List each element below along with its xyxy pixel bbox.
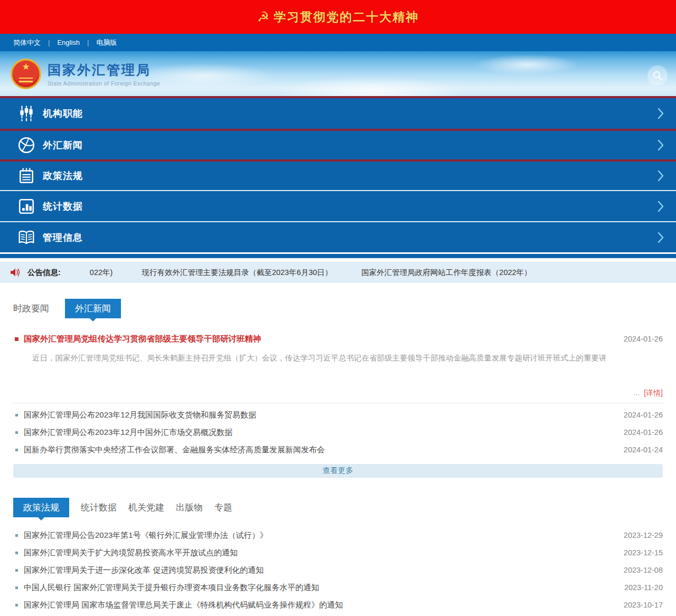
chevron-right-icon — [657, 170, 664, 182]
sliders-icon — [17, 105, 35, 122]
nav-label: 管理信息 — [43, 231, 83, 244]
news-title[interactable]: 国新办举行贯彻落实中央经济工作会议部署、金融服务实体经济高质量发展新闻发布会 — [24, 445, 325, 455]
bullet-icon — [15, 431, 18, 434]
nav-item-policies[interactable]: 政策法规 — [0, 159, 676, 190]
nav-item-functions[interactable]: 机构职能 — [0, 98, 676, 129]
featured-news-row: 国家外汇管理局党组传达学习贯彻省部级主要领导干部研讨班精神 2024-01-26 — [13, 334, 663, 345]
news-date: 2023-11-20 — [624, 583, 663, 592]
nav-label: 政策法规 — [43, 169, 83, 182]
news-tabs: 时政要闻 外汇新闻 — [13, 299, 663, 318]
announcement-item[interactable]: 现行有效外汇管理主要法规目录（截至2023年6月30日） — [142, 268, 332, 278]
tab-forex-news[interactable]: 外汇新闻 — [65, 299, 121, 318]
bullet-icon — [15, 534, 18, 537]
chevron-right-icon — [657, 232, 664, 243]
tab-party-building[interactable]: 机关党建 — [128, 498, 164, 517]
party-emblem-icon: ☭ — [257, 9, 269, 25]
tab-statistics[interactable]: 统计数据 — [81, 498, 117, 517]
featured-more-row: ... [详情] — [13, 388, 663, 398]
lang-simplified-chinese[interactable]: 简体中文 — [13, 38, 41, 48]
search-icon — [652, 70, 663, 81]
featured-news-summary: 近日，国家外汇管理局党组书记、局长朱鹤新主持召开党组（扩大）会议，传达学习习近平… — [32, 353, 642, 364]
news-date: 2023-12-08 — [624, 566, 663, 574]
notepad-icon — [17, 167, 35, 185]
tab-policies[interactable]: 政策法规 — [13, 498, 69, 517]
announcement-item[interactable]: 国家外汇管理局政府网站工作年度报表（2022年） — [361, 268, 531, 278]
news-list-item: 中国人民银行 国家外汇管理局关于提升银行办理资本项目业务数字化服务水平的通知 2… — [13, 579, 663, 596]
nav-label: 外汇新闻 — [43, 139, 83, 151]
featured-news-title[interactable]: 国家外汇管理局党组传达学习贯彻省部级主要领导干部研讨班精神 — [24, 334, 261, 345]
chevron-right-icon — [657, 108, 664, 119]
chevron-right-icon — [657, 139, 664, 151]
news-date: 2023-12-29 — [624, 531, 663, 539]
nav-underline — [0, 254, 676, 258]
news-list-item: 国家外汇管理局 国家市场监督管理总局关于废止《特殊机构代码赋码业务操作规程》的通… — [13, 596, 663, 614]
tab-current-politics[interactable]: 时政要闻 — [13, 299, 49, 318]
news-date: 2023-12-15 — [624, 548, 663, 557]
search-button[interactable] — [647, 65, 668, 86]
party-slogan-banner[interactable]: ☭ 学习贯彻党的二十大精神 — [0, 0, 676, 34]
news-title[interactable]: 国家外汇管理局关于扩大跨境贸易投资高水平开放试点的通知 — [24, 548, 238, 558]
bullet-icon — [15, 604, 18, 606]
tab-special-topics[interactable]: 专题 — [214, 498, 232, 517]
policy-section: 政策法规 统计数据 机关党建 出版物 专题 国家外汇管理局公告2023年第1号《… — [0, 498, 676, 616]
nav-item-forex-news[interactable]: 外汇新闻 — [0, 129, 676, 159]
tab-publications[interactable]: 出版物 — [176, 498, 203, 517]
star-icon: ★ — [22, 62, 30, 71]
speaker-icon — [10, 267, 21, 278]
main-navigation: 机构职能 外汇新闻 政策法规 — [0, 96, 676, 252]
divider: | — [48, 39, 50, 46]
nav-label: 机构职能 — [43, 107, 83, 120]
news-list-item: 国新办举行贯彻落实中央经济工作会议部署、金融服务实体经济高质量发展新闻发布会 2… — [13, 441, 663, 459]
nav-item-statistics[interactable]: 统计数据 — [0, 190, 676, 221]
bullet-icon — [15, 337, 18, 341]
gate-icon — [19, 78, 33, 82]
bullet-icon — [15, 552, 18, 554]
news-title[interactable]: 国家外汇管理局公告2023年第1号《银行外汇展业管理办法（试行）》 — [24, 530, 268, 541]
language-bar: 简体中文 | English | 电脑版 — [0, 34, 676, 51]
bullet-icon — [15, 586, 18, 589]
news-list-item: 国家外汇管理局公布2023年12月我国国际收支货物和服务贸易数据 2024-01… — [13, 406, 663, 424]
detail-link[interactable]: [详情] — [644, 388, 663, 397]
news-section: 时政要闻 外汇新闻 国家外汇管理局党组传达学习贯彻省部级主要领导干部研讨班精神 … — [0, 299, 676, 478]
featured-news-date: 2024-01-26 — [624, 335, 663, 343]
view-more-button[interactable]: 查看更多 — [13, 464, 663, 478]
nav-item-management-info[interactable]: 管理信息 — [0, 221, 676, 252]
announcement-label: 公告信息: — [27, 268, 61, 278]
news-title[interactable]: 中国人民银行 国家外汇管理局关于提升银行办理资本项目业务数字化服务水平的通知 — [24, 583, 319, 593]
news-title[interactable]: 国家外汇管理局公布2023年12月中国外汇市场交易概况数据 — [24, 428, 232, 438]
news-title[interactable]: 国家外汇管理局 国家市场监督管理总局关于废止《特殊机构代码赋码业务操作规程》的通… — [24, 600, 343, 610]
news-date: 2023-10-17 — [624, 601, 663, 609]
chevron-right-icon — [657, 201, 664, 212]
news-list-item: 国家外汇管理局公告2023年第1号《银行外汇展业管理办法（试行）》 2023-1… — [13, 527, 663, 544]
ellipsis: ... — [634, 388, 640, 397]
announcement-bar: 公告信息: 022年) 现行有效外汇管理主要法规目录（截至2023年6月30日）… — [0, 262, 676, 283]
news-list-item: 国家外汇管理局关于进一步深化改革 促进跨境贸易投资便利化的通知 2023-12-… — [13, 562, 663, 579]
bullet-icon — [15, 569, 18, 572]
open-book-icon — [17, 229, 35, 247]
bar-chart-icon — [17, 197, 35, 215]
banner-slogan-text: 学习贯彻党的二十大精神 — [274, 9, 419, 25]
bullet-icon — [15, 449, 18, 451]
nav-label: 统计数据 — [43, 200, 83, 213]
globe-icon — [17, 136, 35, 154]
news-date: 2024-01-24 — [624, 446, 663, 454]
news-list-item: 国家外汇管理局关于扩大跨境贸易投资高水平开放试点的通知 2023-12-15 — [13, 544, 663, 562]
policy-tabs: 政策法规 统计数据 机关党建 出版物 专题 — [13, 498, 663, 517]
site-subtitle: State Administration of Foreign Exchange — [48, 80, 160, 87]
desktop-version-link[interactable]: 电脑版 — [96, 38, 117, 48]
dashed-divider — [13, 403, 663, 403]
news-list-item: 国家外汇管理局公布2023年12月中国外汇市场交易概况数据 2024-01-26 — [13, 424, 663, 441]
news-date: 2024-01-26 — [624, 428, 663, 437]
lang-english[interactable]: English — [57, 39, 80, 46]
news-title[interactable]: 国家外汇管理局公布2023年12月我国国际收支货物和服务贸易数据 — [24, 410, 256, 420]
site-header: ★ 国家外汇管理局 State Administration of Foreig… — [0, 51, 676, 96]
news-title[interactable]: 国家外汇管理局关于进一步深化改革 促进跨境贸易投资便利化的通知 — [24, 565, 264, 575]
announcement-item[interactable]: 022年) — [90, 268, 113, 278]
divider: | — [87, 39, 89, 46]
bullet-icon — [15, 414, 18, 416]
national-emblem-logo: ★ — [11, 59, 41, 89]
site-title: 国家外汇管理局 — [48, 61, 160, 79]
news-date: 2024-01-26 — [624, 411, 663, 419]
